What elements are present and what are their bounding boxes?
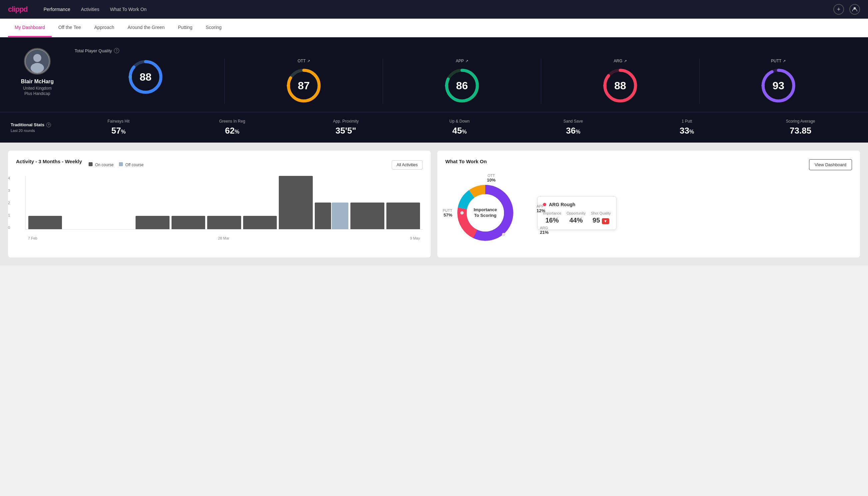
stat-up-and-down: Up & Down 45%: [403, 119, 516, 136]
bottom-section: Activity - 3 Months - Weekly On course O…: [0, 143, 868, 265]
chart-container: 43210 7 Feb 28 Mar 9 May: [16, 176, 423, 240]
putt-score: 93: [772, 80, 784, 92]
stat-greens-value: 62%: [175, 126, 289, 136]
legend-on-course: On course: [89, 162, 114, 167]
stat-one-putt: 1 Putt 33%: [630, 119, 743, 136]
bar-on-course: [350, 203, 384, 229]
nav-what-to-work-on[interactable]: What To Work On: [110, 7, 146, 12]
avatar: [24, 48, 51, 75]
bar-on-course: [315, 203, 331, 229]
view-dashboard-button[interactable]: View Dashboard: [809, 159, 852, 170]
tab-off-the-tee[interactable]: Off the Tee: [52, 19, 88, 37]
stat-scoring-average: Scoring Average 73.85: [744, 119, 857, 136]
stat-greens-label: Greens In Reg: [175, 119, 289, 124]
svg-point-3: [31, 63, 44, 73]
overall-circle: 88: [127, 59, 164, 95]
svg-text:Importance: Importance: [474, 207, 497, 212]
stats-label-group: Traditional Stats ? Last 20 rounds: [11, 122, 51, 133]
what-to-work-on-card: What To Work On View Dashboard PUTT 57% …: [437, 151, 860, 258]
hero-section: Blair McHarg United Kingdom Plus Handica…: [0, 37, 868, 112]
tpq-label: Total Player Quality ?: [75, 48, 857, 53]
chart-legend: On course Off course: [89, 162, 144, 167]
tab-around-the-green[interactable]: Around the Green: [121, 19, 171, 37]
bar-group: [386, 203, 420, 229]
app-score: 86: [456, 80, 468, 92]
all-activities-button[interactable]: All Activities: [392, 160, 423, 170]
bar-group: [243, 216, 277, 229]
svg-point-26: [460, 211, 464, 215]
tab-scoring[interactable]: Scoring: [199, 19, 228, 37]
bar-group: [350, 203, 384, 229]
traditional-stats-label: Traditional Stats: [11, 122, 44, 127]
bar-group: [136, 216, 169, 229]
tooltip-opportunity: Opportunity 44%: [567, 211, 586, 224]
tab-approach[interactable]: Approach: [88, 19, 121, 37]
y-axis-labels: 43210: [8, 176, 10, 230]
player-info: Blair McHarg United Kingdom Plus Handica…: [11, 48, 64, 96]
arg-donut-label: ARG 21%: [540, 226, 549, 235]
tab-putting[interactable]: Putting: [171, 19, 199, 37]
nav-activities[interactable]: Activities: [81, 7, 99, 12]
score-overall: 88: [75, 59, 225, 104]
score-app: APP ↗ 86: [383, 59, 541, 104]
donut-section: PUTT 57% OTT 10% APP 12% ARG 21%: [445, 176, 852, 249]
bar-group: [315, 203, 348, 229]
x-axis-labels: 7 Feb 28 Mar 9 May: [25, 236, 423, 240]
bar-group: [279, 176, 312, 229]
player-name: Blair McHarg: [21, 79, 54, 84]
svg-point-9: [287, 84, 290, 87]
app-donut-label: APP 12%: [537, 204, 545, 213]
user-menu-button[interactable]: [849, 4, 860, 15]
donut-svg: Importance To Scoring: [452, 180, 519, 246]
tooltip-shot-quality: Shot Quality 95 ▼: [591, 211, 611, 224]
svg-point-12: [445, 84, 448, 87]
donut-area: PUTT 57% OTT 10% APP 12% ARG 21%: [445, 176, 532, 249]
add-button[interactable]: +: [833, 4, 844, 15]
bar-group: [172, 216, 205, 229]
arg-rough-tooltip: ARG Rough Importance 16% Opportunity 44%…: [537, 196, 617, 230]
tpq-help-icon[interactable]: ?: [114, 48, 119, 53]
ott-trend: ↗: [307, 59, 310, 63]
score-ott: OTT ↗ 87: [225, 59, 383, 104]
bar-on-course: [386, 203, 420, 229]
wtwo-title: What To Work On: [445, 158, 487, 164]
ott-circle: 87: [285, 67, 322, 104]
nav-performance[interactable]: Performance: [44, 7, 70, 12]
bar-on-course: [28, 216, 62, 229]
stat-fairways-hit-label: Fairways Hit: [62, 119, 175, 124]
app-trend: ↗: [465, 59, 468, 63]
tabs-bar: My Dashboard Off the Tee Approach Around…: [0, 19, 868, 37]
wtwo-header: What To Work On View Dashboard: [445, 158, 852, 171]
activity-chart-header: Activity - 3 Months - Weekly On course O…: [16, 158, 423, 171]
stat-updown-label: Up & Down: [403, 119, 516, 124]
bar-on-course: [172, 216, 205, 229]
putt-circle: 93: [760, 67, 797, 104]
tooltip-stats: Importance 16% Opportunity 44% Shot Qual…: [543, 211, 611, 224]
svg-point-27: [502, 233, 505, 236]
svg-text:To Scoring: To Scoring: [474, 213, 496, 218]
app-label: APP ↗: [456, 59, 468, 63]
ott-label: OTT ↗: [298, 59, 310, 63]
overall-score: 88: [140, 71, 152, 83]
putt-label: PUTT ↗: [771, 59, 786, 63]
arg-circle: 88: [602, 67, 638, 104]
bar-on-course: [136, 216, 169, 229]
nav-right: +: [833, 4, 860, 15]
bar-on-course: [243, 216, 277, 229]
stat-sandsave-label: Sand Save: [516, 119, 630, 124]
tooltip-title: ARG Rough: [543, 202, 611, 207]
tab-my-dashboard[interactable]: My Dashboard: [8, 19, 52, 37]
stat-oneputt-label: 1 Putt: [630, 119, 743, 124]
stat-scoringavg-label: Scoring Average: [744, 119, 857, 124]
arg-score: 88: [614, 80, 626, 92]
stat-oneputt-value: 33%: [630, 126, 743, 136]
stats-help-icon[interactable]: ?: [46, 123, 51, 127]
stats-period: Last 20 rounds: [11, 128, 51, 133]
ott-score: 87: [298, 80, 310, 92]
stat-updown-value: 45%: [403, 126, 516, 136]
bar-off-course: [332, 203, 348, 229]
stat-fairways-hit: Fairways Hit 57%: [62, 119, 175, 136]
stat-app-prox-value: 35'5": [289, 126, 403, 136]
player-handicap: Plus Handicap: [24, 91, 50, 96]
tooltip-importance: Importance 16%: [543, 211, 561, 224]
